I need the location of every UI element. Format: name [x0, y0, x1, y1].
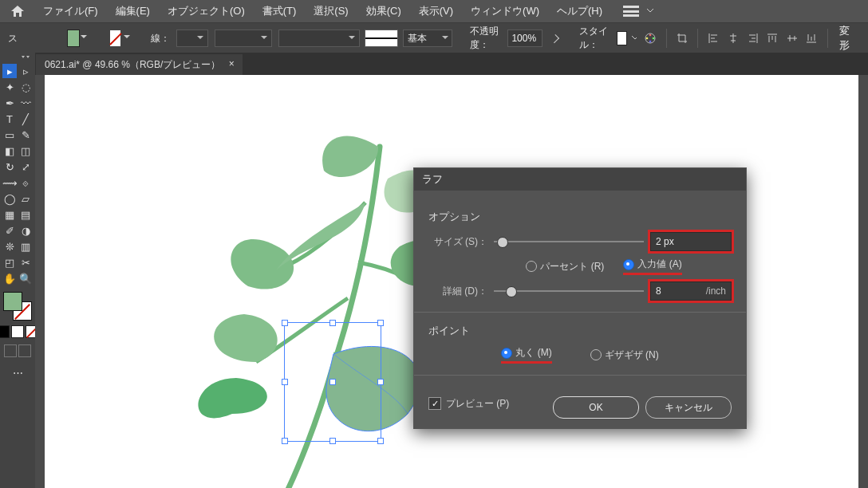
mesh-tool-icon[interactable]: ▦ — [2, 207, 17, 222]
menu-help[interactable]: ヘルプ(H) — [550, 1, 609, 22]
full-screen-icon[interactable] — [18, 344, 31, 357]
rectangle-tool-icon[interactable]: ▭ — [2, 128, 17, 142]
document-tab[interactable]: 0621.ai* @ 49.66 %（RGB/プレビュー） × — [35, 54, 243, 75]
corner-label: ギザギザ (N) — [605, 349, 659, 360]
stroke-swatch[interactable] — [110, 30, 121, 46]
align-vcenter-icon[interactable] — [783, 29, 801, 48]
menu-window[interactable]: ウィンドウ(W) — [464, 1, 546, 22]
perspective-tool-icon[interactable]: ▱ — [18, 191, 33, 206]
align-hcenter-icon[interactable] — [724, 29, 743, 48]
align-left-icon[interactable] — [704, 29, 723, 48]
selection-tool-icon[interactable]: ▸ — [2, 64, 17, 78]
toolbox: ▸▹ ✦◌ ✒〰 T╱ ▭✎ ◧◫ ↻⤢ ⟿⟐ ◯▱ ▦▤ ✐◑ ❊▥ ◰✂ ✋… — [0, 53, 36, 488]
dialog-titlebar[interactable]: ラフ — [414, 168, 746, 191]
flyout-icon[interactable] — [22, 56, 30, 61]
fill-color-icon[interactable] — [3, 292, 22, 311]
shape-builder-icon[interactable]: ◯ — [2, 191, 17, 206]
detail-unit: /inch — [706, 285, 726, 297]
detail-label: 詳細 (D)： — [428, 285, 487, 298]
detail-value: 8 — [656, 285, 661, 297]
align-bottom-icon[interactable] — [803, 29, 821, 48]
menu-object[interactable]: オブジェクト(O) — [161, 1, 251, 22]
svg-point-2 — [653, 37, 655, 40]
menu-select[interactable]: 選択(S) — [307, 1, 354, 22]
menu-view[interactable]: 表示(V) — [412, 1, 460, 22]
free-transform-icon[interactable]: ⟐ — [18, 175, 33, 190]
ok-button[interactable]: OK — [553, 396, 639, 419]
shaper-tool-icon[interactable]: ◧ — [2, 144, 17, 158]
stroke-weight-select[interactable] — [176, 30, 208, 47]
cancel-button[interactable]: キャンセル — [645, 396, 732, 419]
align-top-icon[interactable] — [763, 29, 782, 48]
roughen-dialog: ラフ オプション サイズ (S)： 2 px パーセント (R) 入力値 (A)… — [413, 167, 747, 429]
size-slider[interactable] — [494, 235, 644, 248]
symbol-sprayer-icon[interactable]: ❊ — [2, 239, 17, 254]
type-tool-icon[interactable]: T — [2, 112, 17, 126]
detail-slider[interactable] — [494, 285, 644, 297]
tab-bar: 0621.ai* @ 49.66 %（RGB/プレビュー） × — [35, 53, 868, 75]
plant-illustration — [156, 99, 444, 488]
width-tool-icon[interactable]: ⟿ — [2, 175, 17, 190]
transform-button[interactable]: 変形 — [834, 22, 863, 54]
percent-radio[interactable]: パーセント (R) — [526, 260, 604, 274]
scale-tool-icon[interactable]: ⤢ — [18, 159, 33, 174]
menu-bar: ファイル(F) 編集(E) オブジェクト(O) 書式(T) 選択(S) 効果(C… — [0, 0, 868, 22]
size-field[interactable]: 2 px — [650, 232, 732, 251]
stroke-label: 線： — [151, 32, 170, 45]
brush-select[interactable] — [278, 30, 360, 47]
artboard-tool-icon[interactable]: ◰ — [2, 255, 17, 270]
preview-checkbox[interactable]: ✓プレビュー (P) — [428, 397, 509, 411]
color-swatches[interactable] — [3, 292, 32, 321]
magic-wand-icon[interactable]: ✦ — [2, 80, 17, 94]
direct-selection-tool-icon[interactable]: ▹ — [18, 64, 33, 78]
line-tool-icon[interactable]: ╱ — [18, 112, 33, 126]
menu-type[interactable]: 書式(T) — [256, 1, 303, 22]
smooth-radio[interactable]: 丸く (M) — [501, 346, 551, 364]
rotate-tool-icon[interactable]: ↻ — [2, 159, 17, 174]
align-right-icon[interactable] — [744, 29, 762, 48]
crop-icon[interactable] — [673, 29, 692, 48]
zoom-tool-icon[interactable]: 🔍 — [18, 271, 33, 285]
menu-edit[interactable]: 編集(E) — [109, 1, 156, 22]
hand-tool-icon[interactable]: ✋ — [2, 271, 17, 285]
chevron-right-icon[interactable] — [550, 34, 558, 43]
chevron-down-icon[interactable] — [632, 35, 637, 41]
stroke-variable-select[interactable] — [215, 30, 272, 47]
pen-tool-icon[interactable]: ✒ — [2, 96, 17, 110]
profile-select[interactable]: 基本 — [403, 30, 452, 47]
curvature-tool-icon[interactable]: 〰 — [18, 96, 33, 110]
absolute-radio[interactable]: 入力値 (A) — [623, 258, 681, 275]
opacity-label: 不透明度： — [470, 25, 503, 52]
fill-swatch[interactable] — [67, 30, 80, 47]
screen-modes — [4, 344, 31, 357]
profile-preview[interactable] — [365, 30, 398, 47]
blend-tool-icon[interactable]: ◑ — [18, 223, 33, 238]
size-label: サイズ (S)： — [428, 235, 487, 249]
eyedropper-tool-icon[interactable]: ✐ — [2, 223, 17, 238]
chevron-down-icon[interactable] — [647, 8, 653, 14]
detail-field[interactable]: 8 /inch — [650, 281, 732, 301]
edit-toolbar-icon[interactable]: ⋯ — [10, 365, 25, 380]
opacity-field[interactable]: 100% — [507, 30, 542, 47]
smooth-label: 丸く (M) — [515, 347, 551, 358]
gradient-tool-icon[interactable]: ▤ — [18, 207, 33, 222]
menu-file[interactable]: ファイル(F) — [37, 1, 105, 22]
home-icon[interactable] — [3, 0, 32, 22]
color-mode-icon[interactable] — [0, 325, 10, 338]
gradient-mode-icon[interactable] — [11, 325, 24, 338]
normal-screen-icon[interactable] — [4, 344, 17, 357]
dialog-title: ラフ — [422, 172, 443, 187]
style-swatch[interactable] — [617, 31, 627, 45]
graph-tool-icon[interactable]: ▥ — [18, 239, 33, 254]
profile-label: 基本 — [408, 32, 427, 45]
size-value: 2 px — [656, 236, 674, 247]
slice-tool-icon[interactable]: ✂ — [18, 255, 33, 270]
corner-radio[interactable]: ギザギザ (N) — [590, 348, 659, 362]
eraser-tool-icon[interactable]: ◫ — [18, 144, 33, 158]
paintbrush-tool-icon[interactable]: ✎ — [18, 128, 33, 142]
lasso-tool-icon[interactable]: ◌ — [18, 80, 33, 94]
menu-effect[interactable]: 効果(C) — [360, 1, 408, 22]
arrange-icon[interactable] — [623, 6, 639, 17]
recolor-icon[interactable] — [641, 29, 660, 48]
close-icon[interactable]: × — [227, 59, 236, 69]
